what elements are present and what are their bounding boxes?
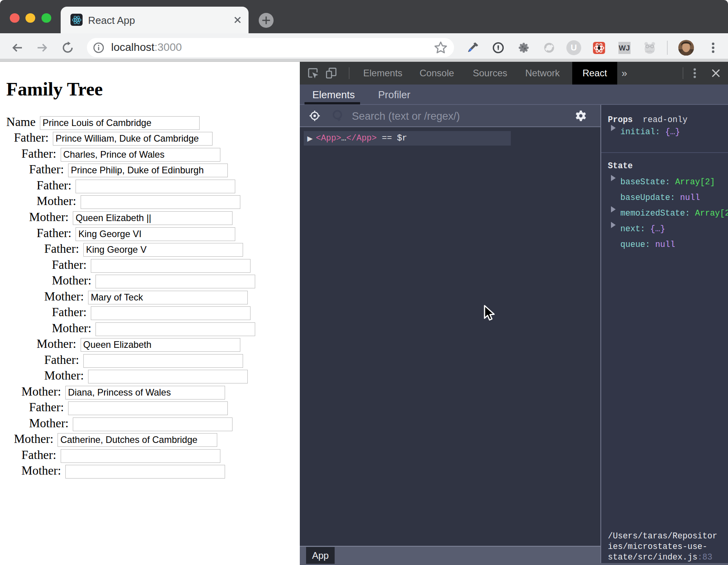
svg-text:ember: ember <box>645 49 654 53</box>
